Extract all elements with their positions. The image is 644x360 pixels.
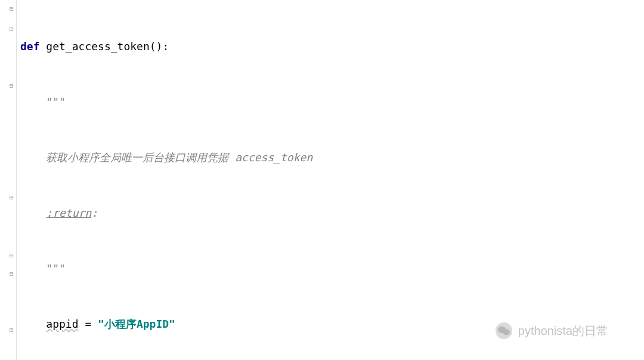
fold-marker-icon[interactable]: ⊟ — [10, 5, 16, 11]
svg-point-1 — [503, 330, 510, 336]
code-line: :return: — [20, 204, 644, 222]
fold-marker-icon[interactable]: ⊟ — [10, 252, 16, 258]
wechat-icon — [496, 322, 512, 339]
code-line: """ — [20, 259, 644, 278]
fold-marker-icon[interactable]: ⊟ — [10, 194, 16, 200]
code-line: def get_access_token(): — [20, 37, 644, 56]
fold-marker-icon[interactable]: ⊟ — [10, 327, 16, 333]
editor-gutter: ⊟ ⊟ ⊟ ⊟ ⊟ ⊟ ⊟ — [0, 0, 17, 360]
code-line: 获取小程序全局唯一后台接口调用凭据 access_token — [20, 148, 644, 167]
fold-marker-icon[interactable]: ⊟ — [10, 26, 16, 32]
code-editor-content[interactable]: def get_access_token(): """ 获取小程序全局唯一后台接… — [17, 0, 644, 360]
watermark-text: pythonista的日常 — [518, 323, 608, 339]
code-line: """ — [20, 93, 644, 111]
fold-marker-icon[interactable]: ⊟ — [10, 270, 16, 276]
watermark: pythonista的日常 — [496, 322, 608, 339]
fold-marker-icon[interactable]: ⊟ — [10, 82, 16, 88]
